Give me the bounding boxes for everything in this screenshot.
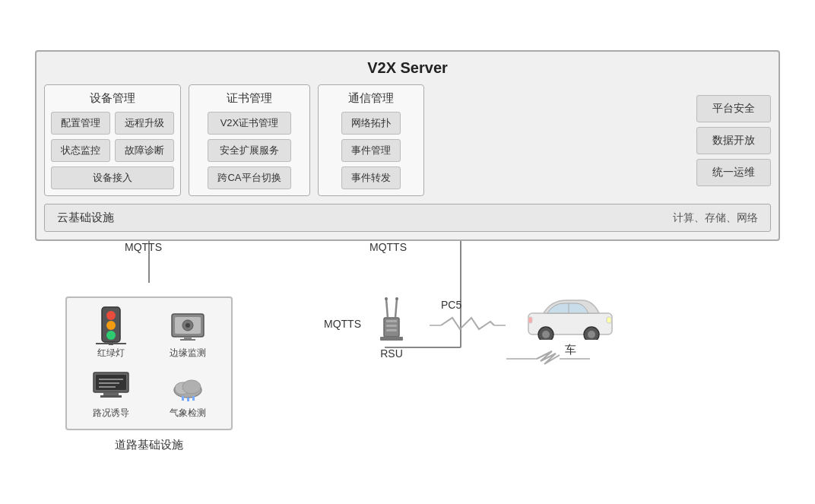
device-item-1: 配置管理	[51, 112, 110, 135]
mqtts-label-left: MQTTS	[125, 241, 162, 253]
device-item-3: 状态监控	[51, 139, 110, 162]
rsu-label: RSU	[380, 347, 403, 360]
device-items: 配置管理 远程升级 状态监控 故障诊断 设备接入	[51, 112, 174, 189]
device-item-2: 远程升级	[115, 112, 174, 135]
road-guidance-item: 路况诱导	[76, 367, 145, 420]
svg-point-8	[106, 331, 116, 340]
device-module: 设备管理 配置管理 远程升级 状态监控 故障诊断 设备接入	[44, 84, 181, 196]
road-infra-section: MQTTS	[50, 241, 248, 452]
cert-item-1: V2X证书管理	[208, 112, 290, 135]
comm-title: 通信管理	[348, 91, 394, 106]
svg-point-14	[186, 323, 190, 328]
platform-item-1: 平台安全	[696, 95, 771, 122]
comm-items: 网络拓扑 事件管理 事件转发	[341, 112, 401, 189]
traffic-light-icon	[93, 307, 129, 344]
platform-item-3: 统一运维	[696, 159, 771, 186]
svg-rect-33	[386, 329, 397, 331]
svg-line-35	[395, 299, 397, 318]
svg-point-26	[182, 380, 201, 394]
svg-rect-16	[180, 339, 195, 341]
rsu-icon	[373, 291, 411, 344]
weather-detection-item: 气象检测	[153, 367, 222, 420]
cert-items: V2X证书管理 安全扩展服务 跨CA平台切换	[208, 112, 290, 189]
edge-detection-icon	[170, 307, 206, 344]
svg-point-6	[106, 311, 116, 320]
road-guidance-label: 路况诱导	[93, 407, 129, 420]
comm-item-2: 事件管理	[341, 139, 401, 162]
edge-detection-item: 边缘监测	[153, 307, 222, 360]
v2x-server-title: V2X Server	[44, 59, 771, 77]
rsu-box: RSU	[373, 291, 411, 360]
svg-point-37	[395, 297, 398, 300]
road-infra-grid: 红绿灯	[76, 307, 222, 420]
road-guidance-icon	[93, 367, 129, 404]
svg-rect-47	[607, 317, 611, 323]
cloud-label: 云基础设施	[57, 211, 114, 225]
device-title: 设备管理	[90, 91, 135, 106]
svg-point-36	[385, 297, 388, 300]
comm-item-3: 事件转发	[341, 166, 401, 189]
svg-point-7	[106, 321, 116, 330]
svg-rect-31	[386, 320, 397, 322]
device-item-4: 故障诊断	[115, 139, 174, 162]
cert-module: 证书管理 V2X证书管理 安全扩展服务 跨CA平台切换	[189, 84, 310, 196]
comm-module: 通信管理 网络拓扑 事件管理 事件转发	[318, 84, 424, 196]
v2x-server-box: V2X Server 设备管理 配置管理 远程升级 状态监控 故障诊断 设备接入…	[35, 50, 780, 241]
car-label: 车	[565, 343, 576, 357]
main-diagram: V2X Server 设备管理 配置管理 远程升级 状态监控 故障诊断 设备接入…	[35, 50, 780, 454]
svg-rect-32	[386, 325, 397, 327]
comm-item-1: 网络拓扑	[341, 112, 401, 135]
cert-item-2: 安全扩展服务	[208, 139, 290, 162]
road-infra-label: 道路基础设施	[115, 438, 183, 452]
svg-point-44	[542, 331, 550, 338]
weather-detection-icon	[170, 367, 206, 404]
svg-rect-29	[192, 396, 195, 401]
svg-rect-23	[100, 395, 122, 398]
lightning-icon	[430, 314, 506, 337]
device-item-5: 设备接入	[51, 166, 174, 189]
svg-line-34	[386, 299, 388, 318]
svg-rect-18	[96, 375, 126, 390]
platform-item-2: 数据开放	[696, 127, 771, 154]
modules-row: 设备管理 配置管理 远程升级 状态监控 故障诊断 设备接入 证书管理 V2X证书…	[44, 84, 771, 196]
weather-detection-label: 气象检测	[170, 407, 206, 420]
car-box: 车	[525, 294, 616, 357]
cloud-right: 计算、存储、网络	[673, 211, 758, 225]
pc5-label: PC5	[441, 299, 461, 311]
svg-rect-38	[380, 337, 403, 341]
svg-rect-48	[528, 317, 532, 323]
mqtts-label-right: MQTTS	[369, 241, 407, 253]
road-infra-box: 红绿灯	[65, 296, 233, 430]
mqtts-rsu-label: MQTTS	[324, 318, 361, 330]
svg-rect-27	[182, 396, 184, 401]
svg-rect-22	[103, 392, 119, 395]
svg-rect-28	[187, 398, 189, 401]
cert-item-3: 跨CA平台切换	[208, 166, 290, 189]
edge-detection-label: 边缘监测	[170, 347, 206, 360]
platform-col: 平台安全 数据开放 统一运维	[696, 84, 771, 196]
cloud-bar: 云基础设施 计算、存储、网络	[44, 204, 771, 232]
rsu-car-row: MQTTS	[324, 291, 765, 360]
traffic-light-label: 红绿灯	[97, 347, 125, 360]
traffic-light-item: 红绿灯	[76, 307, 145, 360]
svg-point-46	[588, 331, 595, 338]
rsu-car-section: MQTTS MQTTS	[324, 241, 765, 360]
cert-title: 证书管理	[227, 91, 272, 106]
car-icon	[525, 294, 616, 340]
bottom-section: MQTTS	[35, 241, 780, 454]
